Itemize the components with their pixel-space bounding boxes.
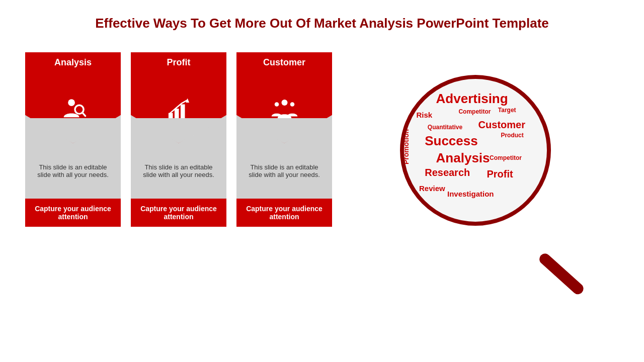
- card-customer-chevron: [236, 73, 332, 143]
- svg-point-9: [290, 102, 294, 107]
- card-profit-body: This slide is an editable slide with all…: [131, 143, 226, 199]
- chevron-red-profit: [131, 73, 226, 143]
- svg-point-7: [281, 100, 287, 106]
- content-area: Analysis This slide is an edita: [25, 52, 619, 268]
- magnifier-circle: Advertising Risk Competitor Target Quant…: [400, 75, 551, 226]
- card-analysis-chevron: [25, 73, 121, 143]
- svg-line-2: [82, 113, 85, 116]
- word-competitor2: Competitor: [490, 154, 522, 161]
- word-customer: Customer: [478, 119, 525, 131]
- svg-rect-5: [180, 105, 185, 120]
- word-competitor1: Competitor: [458, 108, 491, 115]
- word-quantitative: Quantitative: [428, 124, 462, 131]
- word-review: Review: [419, 184, 445, 193]
- card-profit: Profit This slid: [131, 52, 226, 227]
- word-research: Research: [425, 167, 470, 178]
- svg-rect-4: [174, 109, 179, 120]
- magnifier-area: Advertising Risk Competitor Target Quant…: [352, 52, 619, 268]
- svg-point-8: [274, 102, 279, 107]
- cards-area: Analysis This slide is an edita: [25, 52, 332, 227]
- analysis-icon: [59, 97, 87, 124]
- card-analysis-header: Analysis: [25, 52, 121, 73]
- card-profit-header: Profit: [131, 52, 226, 73]
- word-risk: Risk: [416, 111, 432, 119]
- magnifier-handle: [537, 251, 586, 297]
- card-profit-chevron: [131, 73, 226, 143]
- chevron-red-analysis: [25, 73, 121, 143]
- chevron-red-customer: [236, 73, 332, 143]
- magnifier: Advertising Risk Competitor Target Quant…: [400, 75, 571, 246]
- word-product: Product: [501, 132, 523, 139]
- word-profit: Profit: [487, 168, 513, 180]
- word-promotion: Promotion: [402, 129, 410, 164]
- word-target: Target: [498, 107, 516, 114]
- card-customer-header: Customer: [236, 52, 332, 73]
- profit-icon: [165, 97, 193, 124]
- word-success: Success: [425, 133, 478, 149]
- svg-point-0: [68, 99, 75, 106]
- card-profit-footer: Capture your audience attention: [131, 199, 226, 227]
- word-analysis: Analysis: [436, 150, 490, 166]
- word-investigation: Investigation: [447, 190, 494, 198]
- card-analysis-footer: Capture your audience attention: [25, 199, 121, 227]
- page-title: Effective Ways To Get More Out Of Market…: [25, 15, 619, 32]
- word-cloud: Advertising Risk Competitor Target Quant…: [405, 80, 546, 221]
- customer-icon: [271, 97, 298, 124]
- card-customer: Customer: [236, 52, 332, 227]
- page: Effective Ways To Get More Out Of Market…: [0, 0, 644, 362]
- card-analysis-body: This slide is an editable slide with all…: [25, 143, 121, 199]
- word-advertising: Advertising: [436, 91, 508, 107]
- card-analysis: Analysis This slide is an edita: [25, 52, 121, 227]
- card-customer-footer: Capture your audience attention: [236, 199, 332, 227]
- card-customer-body: This slide is an editable slide with all…: [236, 143, 332, 199]
